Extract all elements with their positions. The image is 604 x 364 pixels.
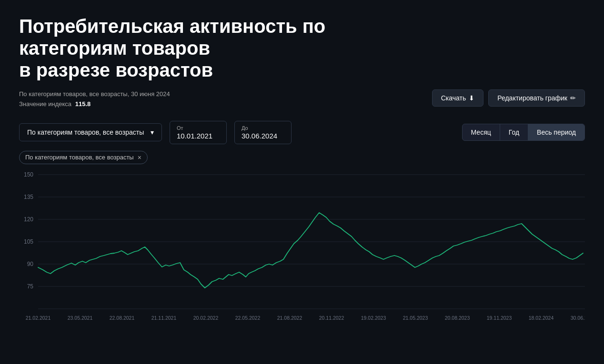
chart-svg: 150 135 120 105 90 75 21.02.2021 23.05.2… bbox=[19, 170, 585, 332]
edit-icon: ✏ bbox=[570, 94, 576, 102]
category-dropdown[interactable]: По категориям товаров, все возрасты ▾ bbox=[19, 123, 162, 141]
dropdown-value: По категориям товаров, все возрасты bbox=[27, 128, 144, 136]
meta-description: По категориям товаров, все возрасты, 30 … bbox=[19, 89, 170, 99]
index-row: Значение индекса 115.8 bbox=[19, 99, 170, 109]
svg-text:21.02.2021: 21.02.2021 bbox=[26, 315, 51, 321]
svg-text:30.06.2024: 30.06.2024 bbox=[571, 315, 585, 321]
svg-text:120: 120 bbox=[24, 216, 33, 223]
svg-text:105: 105 bbox=[24, 238, 33, 245]
filter-tag-close[interactable]: × bbox=[138, 154, 141, 161]
chart-line bbox=[38, 213, 583, 288]
date-from-field[interactable]: От 10.01.2021 bbox=[170, 121, 227, 144]
period-month-button[interactable]: Месяц bbox=[463, 124, 500, 140]
svg-text:23.05.2021: 23.05.2021 bbox=[68, 315, 93, 321]
svg-text:21.08.2022: 21.08.2022 bbox=[277, 315, 302, 321]
meta-row: По категориям товаров, все возрасты, 30 … bbox=[19, 89, 585, 109]
svg-text:150: 150 bbox=[24, 171, 33, 178]
period-buttons-group: Месяц Год Весь период bbox=[462, 124, 585, 141]
download-label: Скачать bbox=[441, 94, 466, 102]
period-all-button[interactable]: Весь период bbox=[528, 124, 584, 140]
edit-chart-button[interactable]: Редактировать график ✏ bbox=[488, 89, 585, 107]
chart-area: 150 135 120 105 90 75 21.02.2021 23.05.2… bbox=[19, 170, 585, 332]
period-year-button[interactable]: Год bbox=[500, 124, 528, 140]
filter-tag-all-ages[interactable]: По категориям товаров, все возрасты × bbox=[19, 151, 148, 164]
date-from-value: 10.01.2021 bbox=[177, 132, 220, 140]
controls-row: По категориям товаров, все возрасты ▾ От… bbox=[19, 121, 585, 144]
download-button[interactable]: Скачать ⬇ bbox=[432, 89, 484, 107]
svg-text:22.08.2021: 22.08.2021 bbox=[110, 315, 135, 321]
svg-text:19.11.2023: 19.11.2023 bbox=[487, 315, 512, 321]
svg-text:21.05.2023: 21.05.2023 bbox=[403, 315, 428, 321]
svg-text:20.08.2023: 20.08.2023 bbox=[445, 315, 470, 321]
chevron-down-icon: ▾ bbox=[151, 128, 154, 136]
index-value: 115.8 bbox=[75, 100, 91, 108]
date-to-label: До bbox=[242, 125, 284, 131]
index-label: Значение индекса bbox=[19, 100, 71, 108]
svg-text:22.05.2022: 22.05.2022 bbox=[235, 315, 261, 321]
date-from-label: От bbox=[177, 125, 220, 131]
download-icon: ⬇ bbox=[469, 94, 474, 102]
svg-text:20.11.2022: 20.11.2022 bbox=[319, 315, 344, 321]
date-to-field[interactable]: До 30.06.2024 bbox=[234, 121, 292, 144]
svg-text:20.02.2022: 20.02.2022 bbox=[193, 315, 219, 321]
filter-tag-label: По категориям товаров, все возрасты bbox=[25, 154, 134, 161]
action-buttons: Скачать ⬇ Редактировать график ✏ bbox=[432, 89, 585, 107]
meta-info: По категориям товаров, все возрасты, 30 … bbox=[19, 89, 170, 109]
svg-text:90: 90 bbox=[27, 261, 34, 267]
title-line2: в разрезе возрастов bbox=[19, 59, 213, 80]
page-title: Потребительская активность по категориям… bbox=[19, 15, 376, 81]
svg-text:75: 75 bbox=[27, 283, 34, 290]
title-line1: Потребительская активность по категориям… bbox=[19, 16, 325, 59]
filter-tags: По категориям товаров, все возрасты × bbox=[19, 151, 585, 164]
date-to-value: 30.06.2024 bbox=[242, 132, 284, 140]
svg-text:18.02.2024: 18.02.2024 bbox=[529, 315, 554, 321]
svg-text:19.02.2023: 19.02.2023 bbox=[361, 315, 386, 321]
edit-chart-label: Редактировать график bbox=[497, 94, 567, 102]
svg-text:135: 135 bbox=[24, 194, 33, 200]
svg-text:21.11.2021: 21.11.2021 bbox=[151, 315, 177, 321]
